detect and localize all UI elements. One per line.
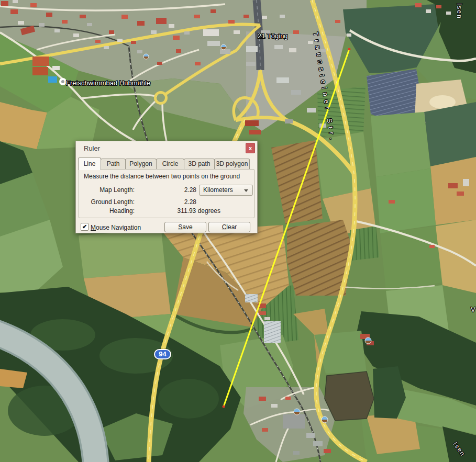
map-view[interactable]: 21 Töging Freischwimmbad Hubmühle Trauns… [0, 0, 476, 462]
tab-circle[interactable]: Circle [156, 159, 184, 169]
measure-description: Measure the distance between two points … [84, 173, 240, 180]
dialog-title[interactable]: Ruler [84, 144, 100, 152]
tab-3d-polygon[interactable]: 3D polygon [214, 159, 250, 169]
photosphere-icon [365, 337, 371, 344]
ground-length-value: 2.28 [163, 198, 196, 206]
measure-panel: Measure the distance between two points … [79, 169, 254, 218]
heading-value: 311.93 degrees [163, 207, 220, 215]
save-button[interactable]: Save [164, 222, 206, 232]
photosphere-icon [322, 416, 328, 423]
tab-line[interactable]: Line [78, 157, 101, 170]
tab-path[interactable]: Path [101, 159, 126, 169]
mouse-navigation-label[interactable]: Mouse Navigation [91, 224, 141, 231]
river-label-top: Isen [456, 3, 463, 19]
poi-label: Freischwimmbad Hubmühle [66, 79, 150, 87]
clear-button[interactable]: Clear [208, 222, 250, 232]
units-dropdown[interactable]: Kilometers [199, 185, 253, 196]
mouse-navigation-checkbox[interactable]: ✔ [81, 223, 88, 231]
map-length-value: 2.28 [163, 186, 196, 194]
town-label: 21 Töging [258, 32, 288, 40]
ruler-dialog: Ruler x Line Path Polygon Circle 3D path… [75, 141, 258, 233]
tab-bar: Line Path Polygon Circle 3D path 3D poly… [76, 157, 257, 169]
photosphere-icon [221, 44, 226, 50]
close-button[interactable]: x [246, 143, 255, 153]
tab-3d-path[interactable]: 3D path [184, 159, 215, 169]
photosphere-icon [143, 54, 149, 59]
units-selected-value: Kilometers [203, 186, 233, 194]
pool-poi-icon [59, 78, 67, 85]
pond [325, 371, 374, 421]
road-number-badge: 94 [154, 349, 171, 359]
map-length-label: Map Length: [79, 186, 135, 194]
swimming-pool [48, 76, 57, 83]
tab-polygon[interactable]: Polygon [125, 159, 157, 169]
chevron-down-icon [244, 189, 248, 192]
photosphere-icon [294, 409, 300, 415]
heading-label: Heading: [79, 207, 135, 215]
ground-length-label: Ground Length: [79, 198, 135, 206]
edge-place-label: V [471, 306, 475, 313]
